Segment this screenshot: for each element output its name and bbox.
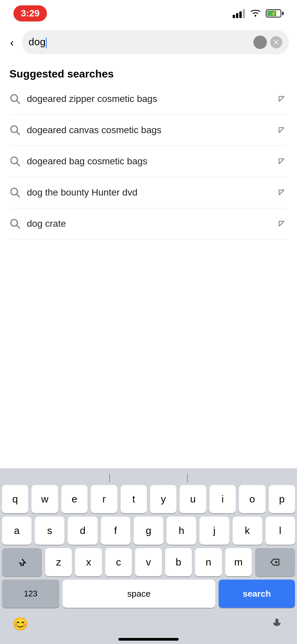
svg-line-8 (17, 163, 20, 166)
keyboard-row-4: 123 space search (0, 580, 297, 608)
arrow-icon-2 (276, 124, 288, 136)
suggestion-item-3[interactable]: dogeared bag cosmetic bags (9, 146, 288, 177)
svg-line-15 (279, 221, 284, 226)
suggestion-item-2[interactable]: dogeared canvas cosmetic bags (9, 115, 288, 146)
battery-icon: ⚡ (266, 9, 284, 17)
clear-button[interactable] (270, 36, 282, 48)
search-icon-4 (9, 187, 27, 198)
key-o[interactable]: o (239, 485, 265, 513)
key-l[interactable]: l (265, 517, 295, 545)
arrow-icon-4 (276, 186, 288, 199)
num-key[interactable]: 123 (2, 580, 59, 608)
key-j[interactable]: j (199, 517, 229, 545)
key-v[interactable]: v (135, 548, 162, 576)
search-icon-1 (9, 93, 27, 105)
key-u[interactable]: u (180, 485, 206, 513)
svg-point-10 (11, 188, 17, 195)
suggestion-text-3: dogeared bag cosmetic bags (27, 156, 276, 167)
home-bar-row (0, 638, 297, 644)
key-a[interactable]: a (2, 517, 32, 545)
space-key[interactable]: space (63, 580, 215, 608)
mic-button[interactable] (267, 615, 287, 632)
key-b[interactable]: b (165, 548, 192, 576)
keyboard: q w e r t y u i o p a s d f g h j k l z … (0, 468, 297, 644)
suggestions-title: Suggested searches (9, 68, 288, 80)
key-c[interactable]: c (105, 548, 132, 576)
key-r[interactable]: r (91, 485, 117, 513)
svg-line-14 (17, 225, 20, 228)
key-q[interactable]: q (2, 485, 28, 513)
key-d[interactable]: d (68, 517, 97, 545)
keyboard-row-3: z x c v b n m (0, 548, 297, 576)
svg-point-7 (11, 157, 17, 164)
keyboard-bottom: 😊 (0, 611, 297, 638)
suggestion-text-2: dogeared canvas cosmetic bags (27, 125, 276, 136)
key-f[interactable]: f (101, 517, 130, 545)
arrow-icon-1 (276, 93, 288, 105)
search-bar-row: ‹ dog (0, 27, 297, 61)
key-g[interactable]: g (134, 517, 163, 545)
svg-line-6 (279, 128, 284, 133)
arrow-icon-3 (276, 155, 288, 167)
svg-line-9 (279, 159, 284, 164)
search-icon-3 (9, 156, 27, 167)
back-button[interactable]: ‹ (8, 34, 16, 51)
emoji-button[interactable]: 😊 (10, 615, 30, 632)
signal-icon (233, 9, 245, 18)
keyboard-row-1: q w e r t y u i o p (0, 485, 297, 513)
suggestion-item-4[interactable]: dog the bounty Hunter dvd (9, 177, 288, 208)
svg-point-13 (11, 219, 17, 226)
key-m[interactable]: m (225, 548, 252, 576)
key-z[interactable]: z (45, 548, 72, 576)
key-t[interactable]: t (121, 485, 147, 513)
suggestion-text-4: dog the bounty Hunter dvd (27, 187, 276, 198)
key-i[interactable]: i (210, 485, 236, 513)
shift-key[interactable] (2, 548, 42, 576)
key-y[interactable]: y (150, 485, 176, 513)
svg-line-12 (279, 190, 284, 195)
voice-orb (253, 36, 267, 49)
arrow-icon-5 (276, 218, 288, 230)
cursor-handles (0, 474, 297, 482)
suggestion-text-5: dog crate (27, 218, 276, 229)
wifi-icon (250, 8, 261, 19)
key-e[interactable]: e (61, 485, 87, 513)
home-indicator (118, 638, 179, 641)
svg-line-11 (17, 194, 20, 197)
keyboard-row-2: a s d f g h j k l (0, 517, 297, 545)
svg-line-3 (279, 97, 284, 102)
status-time: 3:29 (13, 5, 47, 21)
suggestions-section: Suggested searches dogeared zipper cosme… (0, 61, 297, 239)
svg-line-2 (17, 101, 20, 104)
search-icon-2 (9, 124, 27, 136)
suggestion-item-5[interactable]: dog crate (9, 208, 288, 239)
svg-point-4 (11, 126, 17, 132)
search-key[interactable]: search (219, 580, 295, 608)
key-s[interactable]: s (35, 517, 64, 545)
key-x[interactable]: x (75, 548, 102, 576)
key-w[interactable]: w (32, 485, 58, 513)
key-p[interactable]: p (269, 485, 295, 513)
suggestion-text-1: dogeared zipper cosmetic bags (27, 94, 276, 104)
backspace-key[interactable] (255, 548, 295, 576)
search-input-wrap[interactable]: dog (22, 30, 289, 54)
status-icons: ⚡ (233, 8, 284, 19)
key-k[interactable]: k (233, 517, 262, 545)
key-h[interactable]: h (167, 517, 196, 545)
svg-point-0 (255, 15, 256, 17)
suggestion-item-1[interactable]: dogeared zipper cosmetic bags (9, 84, 288, 115)
status-bar: 3:29 ⚡ (0, 0, 297, 27)
search-query-text: dog (28, 36, 253, 48)
cursor-handle-left (109, 474, 110, 482)
svg-point-1 (11, 95, 17, 101)
key-n[interactable]: n (195, 548, 222, 576)
svg-line-5 (17, 132, 20, 135)
cursor-handle-right (187, 474, 188, 482)
search-icon-5 (9, 218, 27, 229)
